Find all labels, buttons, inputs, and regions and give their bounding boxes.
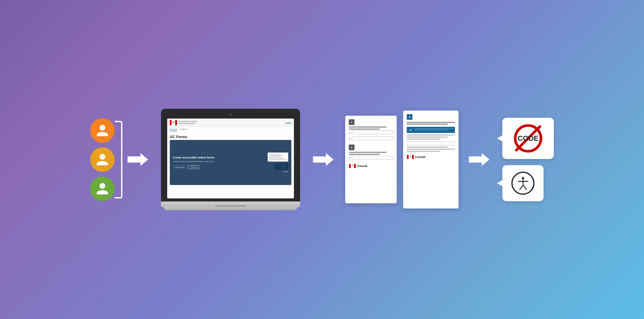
canada-logo-doc-1: Canadä bbox=[349, 164, 393, 168]
form-mockup bbox=[268, 153, 288, 162]
laptop-foot bbox=[164, 207, 297, 210]
hero-description: A simpler way for government teams to co… bbox=[173, 160, 215, 163]
screen-header: Gouvernement du Canada Government of Can… bbox=[167, 119, 294, 127]
hero-text: Create accessible online forms A simpler… bbox=[173, 156, 215, 169]
laptop-screen: Gouvernement du Canada Government of Can… bbox=[167, 119, 294, 198]
svg-marker-12 bbox=[469, 153, 489, 166]
user-icon-green bbox=[90, 177, 115, 201]
canada-wordmark-1: Canadä bbox=[357, 164, 367, 167]
svg-line-17 bbox=[523, 185, 526, 189]
laptop-base bbox=[161, 202, 300, 207]
svg-rect-3 bbox=[175, 120, 177, 125]
laptop: Gouvernement du Canada Government of Can… bbox=[161, 109, 300, 210]
btn-contact[interactable]: contact us bbox=[188, 165, 199, 169]
input-2 bbox=[352, 137, 393, 140]
accessibility-icon bbox=[511, 172, 535, 195]
svg-rect-2 bbox=[172, 120, 175, 125]
radio-row-3 bbox=[349, 156, 393, 161]
svg-rect-8 bbox=[354, 164, 356, 168]
radio-2 bbox=[349, 138, 351, 140]
bracket-right bbox=[115, 121, 122, 198]
nav-tab-features[interactable]: Features bbox=[180, 128, 188, 131]
accessibility-bubble bbox=[502, 165, 544, 201]
arrow-1 bbox=[128, 152, 148, 167]
canada-wordmark-screen: Canadä bbox=[283, 171, 288, 172]
devices-row bbox=[274, 163, 288, 170]
form-document-1: 1 2 bbox=[345, 116, 397, 203]
screen-title: GC Forms bbox=[167, 133, 294, 140]
code-text: CODE bbox=[518, 134, 539, 142]
canada-logo-doc-2: Canadä bbox=[407, 155, 455, 159]
radio-1 bbox=[349, 132, 351, 135]
hero-image: Canadä bbox=[257, 153, 288, 172]
canada-wordmark-2: Canadä bbox=[415, 155, 425, 158]
section-num-2: 2 bbox=[349, 145, 354, 150]
btn-create[interactable]: Create a form bbox=[173, 165, 187, 169]
input-3 bbox=[352, 156, 393, 160]
svg-marker-0 bbox=[128, 153, 148, 166]
hero-buttons: Create a form contact us bbox=[173, 165, 215, 169]
gc-logo-text: Gouvernement du Canada Government of Can… bbox=[179, 121, 197, 125]
input-1 bbox=[352, 131, 393, 134]
svg-rect-9 bbox=[407, 155, 409, 159]
user-icon-orange bbox=[90, 118, 115, 143]
lang-link[interactable]: English bbox=[285, 122, 291, 124]
laptop-camera bbox=[229, 113, 232, 116]
screen-hero: Create accessible online forms A simpler… bbox=[170, 140, 291, 185]
users-group bbox=[90, 118, 115, 201]
main-scene: Gouvernement du Canada Government of Can… bbox=[0, 0, 644, 319]
checkbox-checked bbox=[408, 128, 413, 132]
svg-rect-11 bbox=[412, 155, 414, 159]
svg-rect-6 bbox=[349, 164, 351, 168]
form-document-2: 3 bbox=[403, 111, 459, 208]
gc-logo: Gouvernement du Canada Government of Can… bbox=[170, 120, 197, 125]
radio-row-2 bbox=[349, 137, 393, 141]
no-code-bubble: CODE bbox=[502, 118, 554, 159]
blue-header-bar bbox=[407, 127, 455, 133]
svg-line-16 bbox=[520, 185, 523, 189]
arrow-3 bbox=[469, 152, 489, 167]
form-section-2: 2 bbox=[349, 145, 393, 161]
nav-tab-welcome[interactable]: Welcome bbox=[170, 128, 177, 131]
bubbles-group: CODE bbox=[502, 118, 554, 201]
user-icon-yellow bbox=[90, 147, 115, 172]
mini-laptop-icon bbox=[274, 164, 283, 170]
radio-row-1 bbox=[349, 131, 393, 136]
no-code-icon: CODE bbox=[514, 124, 542, 153]
section-num-3: 3 bbox=[407, 114, 412, 120]
section-num-1: 1 bbox=[349, 119, 354, 125]
svg-rect-1 bbox=[170, 120, 172, 125]
form-section-1: 1 bbox=[349, 119, 393, 141]
radio-3 bbox=[349, 157, 351, 160]
hero-heading: Create accessible online forms bbox=[173, 156, 215, 159]
svg-marker-5 bbox=[313, 153, 334, 166]
arrow-2 bbox=[313, 152, 334, 167]
input-doc2-1 bbox=[407, 142, 455, 145]
laptop-body: Gouvernement du Canada Government of Can… bbox=[161, 109, 300, 202]
screen-nav: Welcome Features bbox=[167, 127, 294, 133]
mini-phone-icon bbox=[284, 163, 288, 170]
